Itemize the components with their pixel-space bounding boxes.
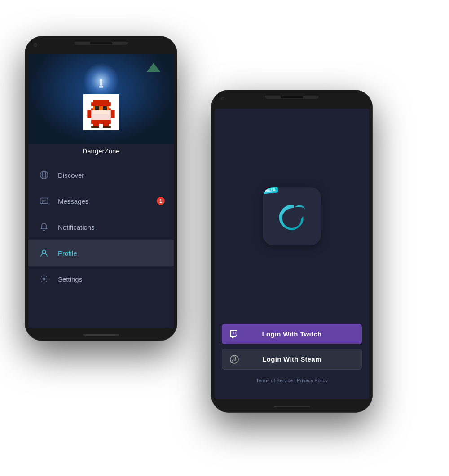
messages-badge: 1 [157, 197, 165, 205]
sidebar-item-label-messages: Messages [58, 197, 88, 205]
sidebar-item-notifications[interactable]: Notifications [28, 214, 174, 240]
messages-icon [37, 194, 51, 208]
login-steam-button[interactable]: Login With Steam [222, 349, 362, 370]
menu-username: DangerZone [28, 144, 174, 160]
notifications-icon [37, 220, 51, 234]
settings-icon [37, 272, 51, 286]
svg-rect-16 [91, 126, 99, 128]
scene: DangerZone Discover [0, 0, 449, 476]
sidebar-item-label-discover: Discover [58, 171, 84, 179]
svg-point-23 [43, 278, 45, 280]
menu-screen: DangerZone Discover [28, 54, 174, 328]
deco-triangle [147, 63, 160, 72]
svg-rect-12 [87, 110, 91, 118]
menu-header [28, 54, 174, 144]
svg-point-0 [100, 79, 102, 82]
twitch-icon [229, 329, 239, 339]
sidebar-item-label-profile: Profile [58, 249, 77, 257]
svg-point-27 [233, 357, 236, 359]
avatar [83, 94, 119, 130]
svg-rect-3 [101, 86, 103, 88]
phone-front-speaker [281, 96, 303, 98]
svg-rect-1 [100, 82, 102, 86]
svg-rect-25 [233, 332, 234, 334]
svg-point-28 [231, 362, 232, 363]
svg-rect-7 [91, 110, 111, 120]
privacy-link[interactable]: Privacy Policy [297, 378, 327, 383]
avatar-container [83, 94, 119, 130]
phone-back-speaker [90, 42, 112, 44]
svg-rect-2 [99, 86, 101, 88]
avatar-pixel-art [85, 96, 117, 128]
svg-point-22 [43, 250, 46, 253]
svg-rect-21 [40, 198, 48, 204]
svg-rect-13 [111, 110, 115, 118]
svg-rect-24 [235, 332, 236, 334]
profile-icon [37, 246, 51, 260]
sidebar-item-discover[interactable]: Discover [28, 162, 174, 188]
phone-front: BETA [211, 90, 373, 413]
phone-front-screen: BETA [215, 109, 369, 399]
svg-rect-9 [103, 106, 107, 110]
sidebar-item-settings[interactable]: Settings [28, 266, 174, 292]
discover-icon [37, 168, 51, 182]
phone-front-home-bar [274, 406, 310, 407]
login-twitch-label: Login With Twitch [262, 330, 322, 338]
app-logo-box: BETA [263, 187, 321, 245]
login-app-area: BETA [215, 109, 369, 324]
sidebar-item-label-notifications: Notifications [58, 223, 95, 231]
beta-tag: BETA [263, 187, 278, 194]
phone-back-screen: DangerZone Discover [28, 54, 174, 328]
sidebar-item-messages[interactable]: Messages 1 [28, 188, 174, 214]
app-logo-svg [274, 198, 310, 234]
login-twitch-button[interactable]: Login With Twitch [222, 324, 362, 344]
login-screen: BETA [215, 109, 369, 399]
sidebar-item-profile[interactable]: Profile [28, 240, 174, 266]
menu-nav: Discover Messages 1 [28, 160, 174, 328]
svg-marker-4 [147, 63, 160, 72]
sidebar-item-label-settings: Settings [58, 275, 82, 283]
svg-rect-8 [95, 106, 99, 110]
phone-back-camera [34, 43, 37, 47]
login-buttons-area: Login With Twitch [215, 324, 369, 399]
phone-back: DangerZone Discover [25, 36, 177, 341]
phone-back-home-bar [83, 334, 119, 336]
character-silhouette [98, 79, 104, 88]
login-steam-label: Login With Steam [262, 355, 321, 363]
phone-front-camera [221, 97, 224, 100]
steam-icon [229, 354, 239, 364]
terms-link[interactable]: Terms of Service [256, 378, 293, 383]
login-footer: Terms of Service | Privacy Policy [215, 374, 369, 390]
svg-rect-17 [103, 126, 111, 128]
svg-rect-11 [91, 102, 111, 106]
